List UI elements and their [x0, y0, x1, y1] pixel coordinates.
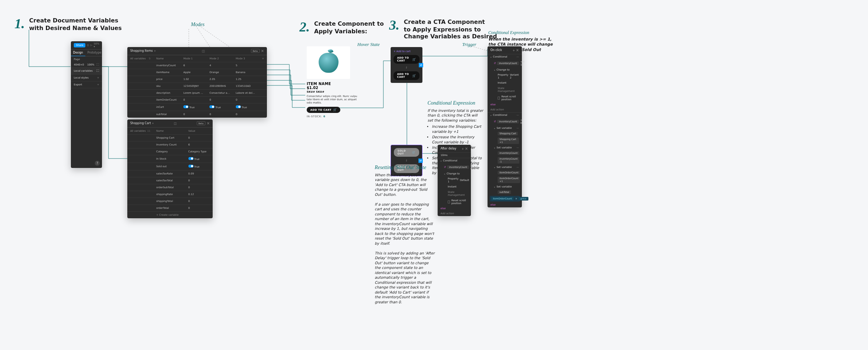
add-action-button-2[interactable]: Add action	[438, 211, 471, 216]
conditional-action[interactable]: Conditional	[493, 55, 507, 58]
toggle-icon[interactable]	[183, 105, 188, 108]
var-price[interactable]: price	[153, 76, 180, 83]
cvar-shoppingCart[interactable]: Shopping Cart	[153, 135, 186, 142]
col-name: Name	[153, 55, 180, 62]
var-inventoryCount[interactable]: inventoryCount	[153, 62, 180, 69]
zoom-dropdown[interactable]: 50% ▾	[94, 42, 99, 48]
set-variable-action-1[interactable]: Set variable	[497, 127, 512, 130]
in-stock-count: 6	[323, 115, 326, 118]
step-3-title-line3: Change Variables as Desired	[404, 33, 497, 40]
items-table-title: Shopping Items	[130, 49, 153, 52]
cart-icon	[333, 108, 337, 111]
conditional-action-2[interactable]: Conditional	[493, 114, 507, 117]
set-variable-action-2[interactable]: Set variable	[497, 146, 512, 149]
cart-beta-badge: Beta	[197, 121, 205, 125]
add-action-button[interactable]: Add action	[488, 107, 522, 112]
cta-pill-hover[interactable]: ADD TO CART	[393, 71, 420, 80]
play-icon[interactable]: ▷	[90, 44, 92, 47]
cart-icon	[412, 74, 416, 77]
soldout-pill-1[interactable]: SOLD OUT	[394, 148, 419, 157]
cvar-shippingRate[interactable]: shippingRate	[153, 191, 186, 198]
step-1-title-line1: Create Document Variables	[29, 17, 122, 25]
var-sku[interactable]: sku	[153, 83, 180, 90]
local-variables-row[interactable]: Local variables	[74, 69, 93, 72]
product-description: Consectetur adipis cing elit. Nunc vulpu…	[307, 95, 357, 105]
add-to-cart-button[interactable]: ADD TO CART	[307, 107, 340, 113]
set-variable-action-3[interactable]: Set variable	[497, 166, 512, 169]
var-description[interactable]: description	[153, 90, 180, 97]
step-1-title-line2: with Desired Name & Values	[29, 25, 122, 31]
step-2-title-line1: Create Component to	[314, 20, 384, 28]
add-onclick-icon[interactable]	[512, 49, 515, 52]
page-width: 4040×0	[74, 63, 84, 66]
add-afterdelay-icon[interactable]	[461, 147, 464, 151]
close-items-table-icon[interactable]	[261, 49, 264, 53]
afterdelay-panel: After delay 10ms Conditional if inventor…	[438, 145, 471, 216]
step-2-title-line2: Apply Variables:	[314, 28, 384, 35]
col-mode3: Mode 3	[233, 55, 259, 62]
product-price: $1.02	[307, 86, 357, 90]
cart-icon	[412, 58, 416, 61]
onclick-panel: On click Conditional— if inventoryCount …	[488, 46, 522, 207]
cvar-salesTaxRate[interactable]: salesTaxRate	[153, 170, 186, 177]
cvar-inStock[interactable]: In Stock	[153, 155, 186, 163]
var-inCart[interactable]: inCart	[153, 104, 180, 111]
design-tab[interactable]: Design	[71, 50, 85, 56]
cvar-salesTaxTotal[interactable]: salesTaxTotal	[153, 177, 186, 184]
step-1-header: 1. Create Document Variables with Desire…	[14, 17, 122, 31]
close-cart-table-icon[interactable]	[207, 121, 210, 125]
step-3-header: 3. Create a CTA Component to Apply Expre…	[389, 18, 497, 40]
cart-col-value: Value	[186, 128, 213, 135]
cvar-orderSubTotal[interactable]: orderSubTotal	[153, 184, 186, 191]
cta-pill-default[interactable]: ADD TO CART	[393, 55, 420, 64]
var-itemName[interactable]: itemName	[153, 69, 180, 76]
expand-icon[interactable]: ⛶	[97, 63, 99, 66]
close-afterdelay-icon[interactable]	[465, 147, 468, 151]
checkbox-reset-scroll-2[interactable]	[448, 201, 450, 203]
cond-expr-top-title: Conditional Expression	[488, 30, 556, 35]
hover-state-callout: Hover State	[357, 42, 380, 47]
cvar-shippingTotal[interactable]: shippingTotal	[153, 198, 186, 205]
sidebar-toggle-icon[interactable]: ◫	[202, 49, 205, 53]
all-variables-label[interactable]: All variables	[130, 57, 146, 60]
chip-inventoryCount[interactable]: inventoryCount	[497, 62, 519, 65]
beta-badge: Beta	[251, 49, 260, 53]
share-button[interactable]: Share	[74, 43, 85, 47]
checkbox-reset-scroll[interactable]	[498, 97, 500, 100]
product-image	[307, 46, 350, 79]
help-icon[interactable]: ?	[95, 161, 100, 166]
step-2-header: 2. Create Component to Apply Variables:	[299, 20, 384, 35]
export-row[interactable]: Export	[74, 83, 82, 86]
col-mode2: Mode 2	[207, 55, 233, 62]
apple-illustration	[319, 53, 339, 73]
dev-mode-icon[interactable]: ⟨⟩	[87, 44, 89, 47]
cvar-category[interactable]: Category	[153, 148, 186, 155]
local-styles-row[interactable]: Local styles	[74, 76, 89, 79]
close-onclick-icon[interactable]	[516, 49, 519, 52]
add-export-icon[interactable]	[97, 83, 99, 86]
local-variables-open-icon[interactable]: ⛶	[97, 69, 99, 72]
product-name: ITEM NAME	[307, 82, 357, 86]
cvar-inventoryCount[interactable]: Inventory Count	[153, 142, 186, 148]
afterdelay-head: After delay	[441, 147, 456, 150]
change-to-action[interactable]: Change to	[497, 68, 510, 71]
var-subTotal[interactable]: subTotal	[153, 111, 180, 118]
add-style-icon[interactable]	[97, 76, 99, 79]
onclick-head: On click	[490, 49, 502, 52]
product-sku: SKU# SKU#	[307, 90, 357, 93]
create-variable-button[interactable]: + Create variable	[153, 212, 186, 219]
product-component: ITEM NAME $1.02 SKU# SKU# Consectetur ad…	[307, 46, 357, 118]
interaction-badge-icon[interactable]: ⇄	[419, 63, 423, 67]
cvar-orderTotal[interactable]: orderTotal	[153, 205, 186, 212]
set-variable-action-4[interactable]: Set variable	[497, 185, 512, 188]
add-mode-icon[interactable]	[262, 57, 264, 60]
var-itemOrderCount[interactable]: itemOrderCount	[153, 97, 180, 104]
page-section-label: Page	[71, 56, 102, 62]
prototype-tab[interactable]: Prototype	[85, 50, 104, 56]
delay-value[interactable]: 10ms	[438, 153, 471, 158]
cart-sidebar-toggle-icon[interactable]: ◫	[174, 122, 177, 125]
interaction-badge-icon-2[interactable]: ⇄	[418, 159, 423, 163]
cvar-soldOut[interactable]: Sold out	[153, 163, 186, 170]
step-1-number: 1.	[14, 17, 25, 31]
component-label: + Add to cart	[393, 50, 410, 53]
